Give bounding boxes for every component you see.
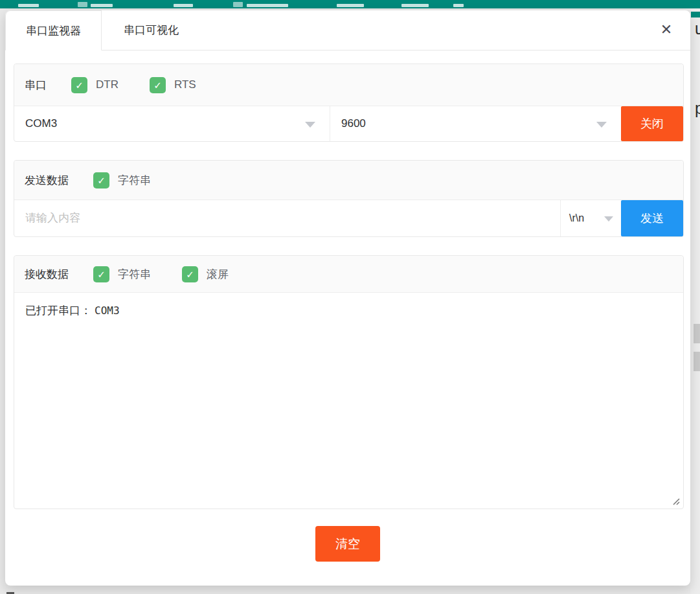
menubar-fragment — [247, 4, 288, 7]
receive-output-prefix: 已打开串口： — [25, 304, 91, 317]
send-data-label: 发送数据 — [25, 173, 69, 188]
close-port-button[interactable]: 关闭 — [621, 106, 683, 141]
dtr-checkbox[interactable]: ✓ — [71, 77, 87, 93]
receive-data-section-header: 接收数据 ✓ 字符串 ✓ 滚屏 — [14, 256, 683, 292]
caret-down-icon — [596, 122, 607, 128]
receive-string-checkbox-label: 字符串 — [118, 267, 151, 282]
send-button-cell: 发送 — [621, 200, 683, 236]
receive-string-checkbox[interactable]: ✓ — [93, 266, 109, 282]
check-icon: ✓ — [97, 176, 106, 185]
clear-button-row: 清空 — [5, 526, 690, 562]
port-select-value: COM3 — [25, 117, 57, 130]
check-icon: ✓ — [97, 269, 106, 279]
tab-serial-monitor[interactable]: 串口监视器 — [5, 10, 102, 51]
menubar-fragment-icon — [233, 2, 243, 7]
receive-output-value: COM3 — [95, 304, 120, 317]
send-string-checkbox-group: ✓ 字符串 — [93, 172, 151, 188]
caret-down-icon — [305, 122, 315, 128]
menubar-fragment — [337, 4, 364, 7]
menubar-fragment-icon — [78, 2, 87, 7]
background-text-fragment: p — [695, 99, 700, 118]
background-scrollbar-fragment — [694, 324, 700, 343]
resize-handle-icon[interactable] — [672, 497, 681, 506]
serial-port-section-header: 串口 ✓ DTR ✓ RTS — [14, 64, 683, 106]
send-input-cell — [14, 200, 560, 236]
background-text-fragment: u — [695, 19, 700, 38]
receive-string-checkbox-group: ✓ 字符串 — [93, 266, 151, 282]
dtr-checkbox-label: DTR — [96, 78, 119, 91]
autoscroll-checkbox[interactable]: ✓ — [182, 266, 198, 282]
serial-port-section: 串口 ✓ DTR ✓ RTS COM3 9600 — [14, 63, 684, 142]
send-input[interactable] — [14, 200, 560, 236]
background-teal-fragment — [691, 12, 700, 17]
rts-checkbox[interactable]: ✓ — [150, 77, 166, 93]
line-ending-select[interactable]: \r\n — [560, 200, 621, 236]
baud-rate-select-value: 9600 — [341, 117, 366, 130]
check-icon: ✓ — [153, 80, 162, 90]
background-page-edge: u p — [690, 8, 700, 594]
rts-checkbox-label: RTS — [174, 78, 196, 91]
close-icon: ✕ — [660, 21, 672, 38]
send-button[interactable]: 发送 — [621, 200, 683, 236]
dialog-tabbar: 串口监视器 串口可视化 ✕ — [5, 10, 690, 51]
tab-serial-plotter[interactable]: 串口可视化 — [102, 10, 201, 50]
send-data-section: 发送数据 ✓ 字符串 \r\n 发送 — [14, 160, 684, 237]
port-select[interactable]: COM3 — [14, 106, 330, 141]
menubar-fragment — [401, 4, 429, 7]
check-icon: ✓ — [186, 269, 194, 279]
receive-output-line: 已打开串口：COM3 — [25, 303, 672, 318]
menubar-fragment — [453, 4, 464, 7]
autoscroll-checkbox-group: ✓ 滚屏 — [182, 266, 229, 282]
close-port-button-cell: 关闭 — [621, 106, 683, 141]
serial-monitor-dialog: 串口监视器 串口可视化 ✕ 串口 ✓ DTR ✓ RTS COM3 — [5, 10, 690, 586]
send-data-controls-row: \r\n 发送 — [14, 200, 683, 236]
receive-data-label: 接收数据 — [25, 267, 69, 282]
receive-output-area[interactable]: 已打开串口：COM3 — [14, 292, 683, 508]
dtr-checkbox-group: ✓ DTR — [71, 77, 119, 93]
menubar-fragment — [174, 4, 193, 7]
receive-data-section: 接收数据 ✓ 字符串 ✓ 滚屏 已打开串口：COM3 — [14, 255, 684, 509]
check-icon: ✓ — [75, 80, 84, 90]
line-ending-select-value: \r\n — [569, 212, 584, 224]
rts-checkbox-group: ✓ RTS — [150, 77, 196, 93]
send-data-section-header: 发送数据 ✓ 字符串 — [14, 161, 683, 200]
autoscroll-checkbox-label: 滚屏 — [207, 267, 229, 282]
background-menubar — [0, 0, 700, 8]
caret-down-icon — [604, 216, 613, 222]
serial-port-label: 串口 — [25, 78, 47, 93]
clear-button[interactable]: 清空 — [315, 526, 380, 562]
background-scrollbar-fragment — [694, 352, 700, 371]
menubar-fragment — [91, 4, 113, 7]
menubar-fragment — [18, 4, 39, 7]
close-button[interactable]: ✕ — [657, 20, 676, 40]
baud-rate-select[interactable]: 9600 — [330, 106, 621, 141]
serial-port-controls-row: COM3 9600 关闭 — [14, 106, 683, 141]
send-string-checkbox-label: 字符串 — [118, 173, 151, 188]
send-string-checkbox[interactable]: ✓ — [93, 172, 109, 188]
